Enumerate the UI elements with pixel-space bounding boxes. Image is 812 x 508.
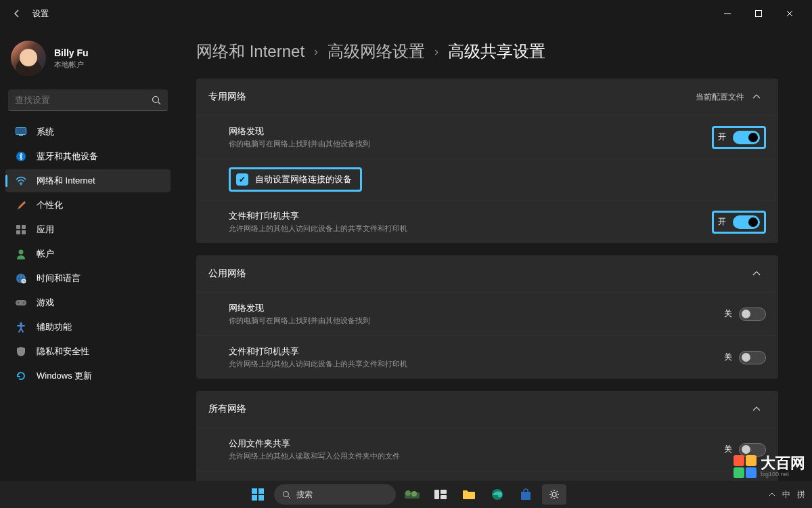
toggle-label: 关: [724, 308, 732, 320]
watermark-sub: big100.net: [761, 471, 805, 478]
tray-chevron-icon[interactable]: [769, 492, 775, 497]
svg-point-31: [411, 491, 417, 496]
brush-icon: [15, 199, 27, 211]
minimize-button[interactable]: [712, 3, 743, 24]
back-button[interactable]: [7, 3, 27, 24]
setting-network-discovery-public: 网络发现 你的电脑可在网络上找到并由其他设备找到 关: [196, 292, 778, 335]
nav-label: 游戏: [37, 297, 54, 309]
watermark-text: 大百网: [761, 456, 805, 471]
user-name: Billy Fu: [54, 47, 89, 58]
nav-network[interactable]: 网络和 Internet: [5, 169, 171, 192]
toggle-file-printer-private[interactable]: [733, 215, 760, 229]
svg-point-20: [20, 322, 22, 325]
nav-label: 应用: [37, 224, 54, 236]
svg-rect-17: [16, 300, 26, 305]
user-block[interactable]: Billy Fu 本地帐户: [5, 34, 171, 89]
svg-rect-36: [521, 492, 531, 500]
checkbox-auto-setup[interactable]: ✓: [236, 173, 248, 186]
nav-gaming[interactable]: 游戏: [5, 291, 171, 314]
setting-title: 网络发现: [229, 302, 724, 314]
setting-file-printer-private: 文件和打印机共享 允许网络上的其他人访问此设备上的共享文件和打印机 开: [196, 200, 778, 243]
nav-label: 个性化: [37, 199, 63, 211]
nav-system[interactable]: 系统: [5, 121, 171, 144]
update-icon: [15, 370, 27, 382]
panel-header-public[interactable]: 公用网络: [196, 255, 778, 292]
panel-all-networks: 所有网络 公用文件夹共享 允许网络上的其他人读取和写入公用文件夹中的文件 关 文…: [196, 391, 778, 481]
system-icon: [15, 126, 27, 138]
svg-point-19: [23, 302, 24, 303]
nav-label: 隐私和安全性: [37, 345, 89, 358]
taskbar: 搜索 中 拼: [0, 481, 812, 508]
svg-point-30: [405, 490, 411, 496]
toggle-label: 开: [718, 216, 726, 228]
toggle-network-discovery-private[interactable]: [733, 131, 760, 144]
search-icon: [282, 490, 291, 499]
breadcrumb-l2[interactable]: 高级网络设置: [328, 41, 425, 62]
start-button[interactable]: [246, 484, 270, 505]
nav-accounts[interactable]: 帐户: [5, 242, 171, 266]
nav-privacy[interactable]: 隐私和安全性: [5, 340, 171, 363]
watermark: 大百网 big100.net: [734, 455, 805, 478]
setting-title: 文件和打印机共享: [229, 210, 712, 222]
toggle-label: 关: [724, 352, 732, 363]
chevron-up-icon: [752, 94, 766, 100]
close-button[interactable]: [774, 3, 805, 24]
taskbar-edge[interactable]: [485, 484, 510, 505]
person-icon: [15, 248, 27, 260]
search-input[interactable]: [15, 95, 152, 105]
watermark-logo: [734, 455, 757, 478]
panel-header-all[interactable]: 所有网络: [196, 391, 778, 427]
nav-label: 时间和语言: [37, 272, 81, 284]
setting-title: 网络发现: [229, 125, 712, 137]
bluetooth-icon: [15, 150, 27, 163]
nav-windows-update[interactable]: Windows 更新: [5, 364, 171, 387]
nav-label: 网络和 Internet: [37, 175, 95, 187]
taskbar-search[interactable]: 搜索: [274, 484, 396, 505]
nav-time-language[interactable]: 时间和语言: [5, 267, 171, 290]
taskbar-taskview[interactable]: [428, 484, 453, 505]
maximize-button[interactable]: [743, 3, 774, 24]
title-bar: 设置: [0, 0, 812, 27]
wifi-icon: [15, 175, 27, 187]
svg-rect-24: [258, 488, 264, 494]
setting-public-folder: 公用文件夹共享 允许网络上的其他人读取和写入公用文件夹中的文件 关: [196, 427, 778, 471]
svg-rect-23: [252, 488, 257, 494]
taskbar-pinned[interactable]: [400, 484, 424, 505]
svg-point-37: [552, 492, 556, 496]
window-title: 设置: [32, 8, 49, 20]
breadcrumb-current: 高级共享设置: [448, 41, 545, 62]
toggle-file-printer-public[interactable]: [739, 351, 766, 364]
toggle-label: 开: [718, 131, 726, 143]
svg-line-28: [288, 496, 291, 499]
sidebar: Billy Fu 本地帐户 系统 蓝牙和其他设备 网络和 Internet 个性…: [0, 27, 176, 481]
svg-rect-26: [258, 495, 264, 501]
svg-rect-1: [756, 11, 762, 17]
setting-desc: 允许网络上的其他人读取和写入公用文件夹中的文件: [229, 451, 724, 461]
nav-accessibility[interactable]: 辅助功能: [5, 316, 171, 339]
highlight: 开: [712, 211, 766, 234]
setting-file-printer-public: 文件和打印机共享 允许网络上的其他人访问此设备上的共享文件和打印机 关: [196, 335, 778, 379]
search-label: 搜索: [296, 489, 313, 501]
setting-desc: 允许网络上的其他人访问此设备上的共享文件和打印机: [229, 359, 724, 369]
nav-label: 辅助功能: [37, 321, 72, 333]
taskbar-explorer[interactable]: [457, 484, 481, 505]
setting-title: 公用文件夹共享: [229, 438, 724, 450]
ime-mode[interactable]: 拼: [797, 489, 805, 501]
panel-header-private[interactable]: 专用网络 当前配置文件: [196, 79, 778, 115]
setting-desc: 你的电脑可在网络上找到并由其他设备找到: [229, 316, 724, 326]
setting-file-sharing-connection: 文件共享连接 对支持它的设备使用 128 位加密 128 位加密(推荐): [196, 471, 778, 481]
breadcrumb-l1[interactable]: 网络和 Internet: [196, 41, 304, 62]
ime-indicator[interactable]: 中: [782, 489, 790, 501]
toggle-network-discovery-public[interactable]: [739, 308, 766, 321]
taskbar-settings[interactable]: [542, 484, 566, 505]
toggle-label: 关: [724, 444, 732, 455]
nav-personalization[interactable]: 个性化: [5, 194, 171, 217]
nav-apps[interactable]: 应用: [5, 218, 171, 241]
taskbar-store[interactable]: [514, 484, 538, 505]
search-icon: [152, 96, 161, 105]
svg-line-3: [158, 102, 161, 104]
nav-bluetooth[interactable]: 蓝牙和其他设备: [5, 145, 171, 168]
panel-title: 专用网络: [208, 91, 696, 103]
search-box[interactable]: [8, 89, 168, 111]
checkbox-label: 自动设置网络连接的设备: [255, 173, 352, 186]
